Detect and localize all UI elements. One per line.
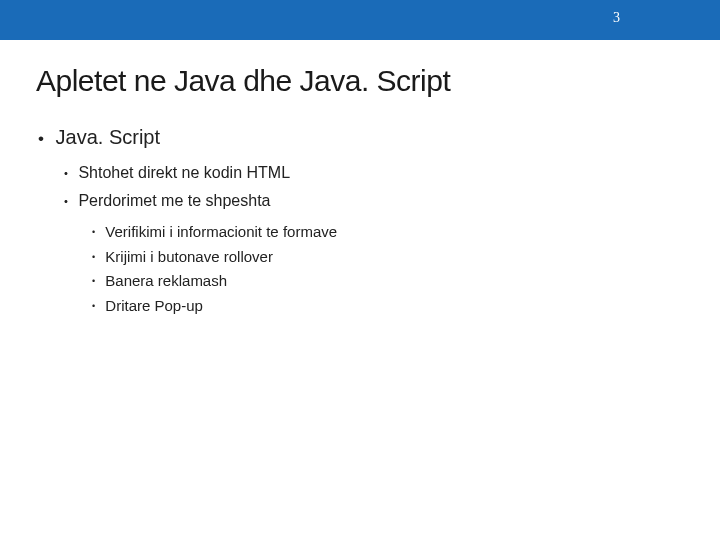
bullet-dot-icon: • (64, 193, 68, 210)
slide-content: Apletet ne Java dhe Java. Script • Java.… (0, 40, 720, 343)
bullet-text: Java. Script (56, 126, 160, 148)
bullet-text: Verifikimi i informacionit te formave (105, 223, 337, 240)
bullet-text: Krijimi i butonave rollover (105, 248, 273, 265)
bullet-level3: • Krijimi i butonave rollover (92, 246, 684, 269)
bullet-level3: • Banera reklamash (92, 270, 684, 293)
bullet-dot-icon: • (38, 129, 44, 149)
bullet-level2: • Perdorimet me te shpeshta (64, 189, 684, 213)
bullet-text: Shtohet direkt ne kodin HTML (78, 164, 290, 181)
bullet-level1: • Java. Script (38, 126, 684, 149)
bullet-text: Perdorimet me te shpeshta (78, 192, 270, 209)
bullet-text: Dritare Pop-up (105, 297, 203, 314)
bullet-level3: • Dritare Pop-up (92, 295, 684, 318)
bullet-dot-icon: • (92, 251, 95, 265)
bullet-dot-icon: • (92, 300, 95, 314)
page-number: 3 (613, 10, 620, 26)
bullet-dot-icon: • (64, 165, 68, 182)
header-bar: 3 (0, 0, 720, 40)
bullet-dot-icon: • (92, 275, 95, 289)
bullet-level2: • Shtohet direkt ne kodin HTML (64, 161, 684, 185)
bullet-dot-icon: • (92, 226, 95, 240)
bullet-level3: • Verifikimi i informacionit te formave (92, 221, 684, 244)
bullet-text: Banera reklamash (105, 272, 227, 289)
slide-title: Apletet ne Java dhe Java. Script (36, 64, 684, 98)
